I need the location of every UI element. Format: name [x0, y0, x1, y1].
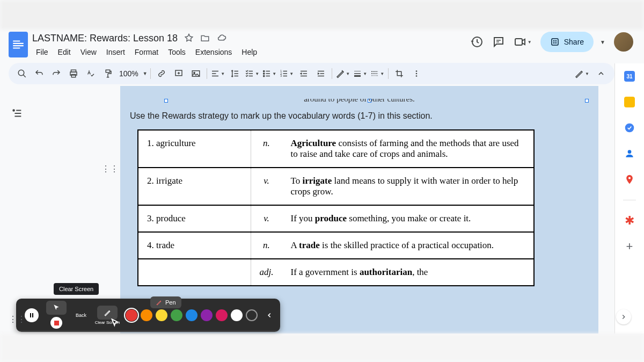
- color-swatch[interactable]: [201, 309, 213, 321]
- vocab-word[interactable]: 4. trade: [138, 232, 251, 259]
- zoom-dropdown-icon[interactable]: ▼: [143, 71, 148, 76]
- tasks-icon[interactable]: [624, 122, 635, 133]
- line-spacing-icon[interactable]: [227, 66, 243, 82]
- menu-tools[interactable]: Tools: [164, 46, 189, 59]
- keep-icon[interactable]: [624, 97, 635, 107]
- color-swatch[interactable]: [126, 309, 137, 321]
- numbered-list-icon[interactable]: 123▼: [279, 66, 295, 82]
- crop-icon[interactable]: [391, 66, 407, 82]
- bottom-chrome-blur: [0, 334, 644, 362]
- color-swatch[interactable]: [141, 309, 152, 321]
- table-row: 2. irrigate v. To irrigate land means to…: [138, 168, 534, 205]
- svg-point-11: [264, 75, 265, 76]
- zoom-level[interactable]: 100%: [117, 69, 141, 78]
- spellcheck-icon[interactable]: [83, 66, 99, 82]
- collapse-annotation-icon[interactable]: [263, 305, 276, 326]
- vocab-word[interactable]: 2. irrigate: [138, 168, 251, 205]
- menu-edit[interactable]: Edit: [54, 46, 75, 59]
- vocab-word[interactable]: 1. agriculture: [138, 130, 251, 168]
- svg-rect-23: [30, 313, 31, 317]
- align-icon[interactable]: ▼: [210, 66, 226, 82]
- vocab-pos[interactable]: v.: [251, 168, 282, 205]
- add-comment-icon[interactable]: [171, 66, 187, 82]
- tooltip-clear-screen: Clear Screen: [54, 283, 99, 295]
- table-row: 1. agriculture n. Agriculture consists o…: [138, 130, 534, 168]
- redo-icon[interactable]: [48, 66, 64, 82]
- svg-point-10: [264, 73, 265, 74]
- menu-file[interactable]: File: [32, 46, 52, 59]
- share-dropdown-icon[interactable]: ▼: [600, 39, 605, 45]
- clear-screen-button[interactable]: Clear Screen: [94, 301, 120, 329]
- vocab-def[interactable]: A trade is the skilled practice of a pra…: [282, 232, 534, 259]
- menu-bar: File Edit View Insert Format Tools Exten…: [32, 46, 471, 59]
- link-icon[interactable]: [153, 66, 170, 82]
- color-swatch[interactable]: [171, 309, 182, 321]
- more-tools-icon[interactable]: [408, 66, 425, 82]
- vocab-def[interactable]: If you produce something, you make or cr…: [282, 205, 534, 232]
- explore-icon[interactable]: ⋮⋮: [9, 314, 26, 324]
- cloud-status-icon[interactable]: [216, 33, 227, 43]
- image-border-weight-icon[interactable]: ▼: [352, 66, 368, 82]
- editing-mode-icon[interactable]: ▼: [574, 66, 590, 82]
- menu-view[interactable]: View: [77, 46, 100, 59]
- vocab-pos[interactable]: n.: [251, 130, 282, 168]
- vocab-word[interactable]: [138, 259, 251, 286]
- stop-button[interactable]: [46, 316, 67, 330]
- contacts-icon[interactable]: [624, 148, 635, 159]
- document-title[interactable]: LASTNAME: Rewards: Lesson 18: [32, 33, 178, 44]
- share-label: Share: [564, 38, 584, 46]
- vocab-pos[interactable]: n.: [251, 232, 282, 259]
- user-avatar[interactable]: [614, 32, 633, 52]
- table-row: adj. If a government is authoritarian, t…: [138, 259, 534, 286]
- pen-tool-label[interactable]: Pen: [150, 296, 181, 308]
- get-addons-icon[interactable]: +: [624, 241, 635, 252]
- star-icon[interactable]: [184, 33, 194, 43]
- undo-icon[interactable]: [31, 66, 47, 82]
- search-icon[interactable]: [14, 66, 30, 82]
- browser-chrome-blur: [0, 0, 644, 28]
- color-swatch[interactable]: [231, 309, 243, 321]
- svg-point-16: [415, 73, 417, 75]
- vocab-def[interactable]: If a government is authoritarian, the: [282, 259, 534, 286]
- color-swatch[interactable]: [216, 309, 228, 321]
- vocab-pos[interactable]: v.: [251, 205, 282, 232]
- calendar-icon[interactable]: 31: [624, 71, 635, 82]
- svg-point-21: [628, 150, 632, 154]
- color-swatch[interactable]: [246, 309, 258, 321]
- insert-image-icon[interactable]: [188, 66, 204, 82]
- color-swatch[interactable]: [186, 309, 197, 321]
- next-page-icon[interactable]: [616, 309, 631, 324]
- vocab-pos[interactable]: adj.: [251, 259, 282, 286]
- maps-icon[interactable]: [624, 174, 635, 185]
- format-options-icon[interactable]: ▼: [335, 66, 351, 82]
- comments-icon[interactable]: [492, 35, 505, 48]
- share-button[interactable]: Share: [540, 32, 594, 52]
- history-icon[interactable]: [471, 35, 484, 48]
- paint-format-icon[interactable]: [100, 66, 116, 82]
- document-canvas[interactable]: ⋮⋮ + around to people of other cultures.…: [34, 86, 614, 334]
- bulleted-list-icon[interactable]: ▼: [261, 66, 277, 82]
- pointer-button[interactable]: [46, 301, 67, 315]
- svg-point-22: [628, 177, 631, 179]
- decrease-indent-icon[interactable]: [296, 66, 312, 82]
- vocab-def[interactable]: To irrigate land means to supply it with…: [282, 168, 534, 205]
- addon-asterisk-icon[interactable]: ✱: [624, 215, 635, 226]
- increase-indent-icon[interactable]: [313, 66, 329, 82]
- vocab-def[interactable]: Agriculture consists of farming and the …: [282, 130, 534, 168]
- color-swatch[interactable]: [156, 309, 167, 321]
- vocab-word[interactable]: 3. produce: [138, 205, 251, 232]
- meet-icon[interactable]: ▼: [514, 35, 532, 48]
- menu-help[interactable]: Help: [238, 46, 261, 59]
- collapse-toolbar-icon[interactable]: [593, 66, 609, 82]
- svg-point-2: [18, 70, 24, 76]
- image-border-dash-icon[interactable]: ▼: [369, 66, 385, 82]
- docs-logo-icon[interactable]: [9, 32, 28, 57]
- print-icon[interactable]: [65, 66, 82, 82]
- menu-format[interactable]: Format: [131, 46, 162, 59]
- move-icon[interactable]: [200, 33, 210, 43]
- svg-rect-1: [552, 39, 558, 45]
- menu-insert[interactable]: Insert: [103, 46, 129, 59]
- back-button[interactable]: Back: [70, 301, 92, 329]
- checklist-icon[interactable]: ▼: [244, 66, 260, 82]
- menu-extensions[interactable]: Extensions: [192, 46, 236, 59]
